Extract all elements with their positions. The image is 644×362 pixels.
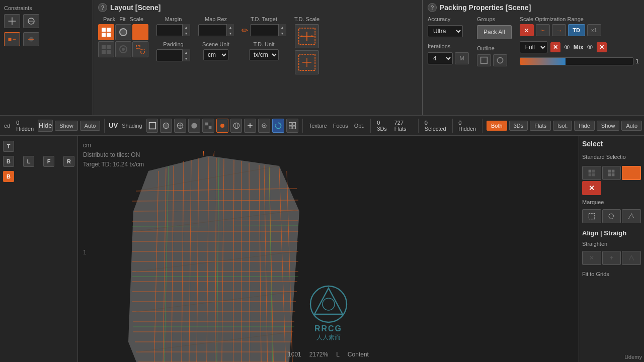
iterations-label: Iterations: [428, 43, 469, 49]
uv-env-icon[interactable]: [230, 119, 243, 133]
outline-icon-2[interactable]: [493, 54, 507, 66]
pack-btn-1[interactable]: [98, 24, 114, 40]
pipette-icon[interactable]: ✏: [242, 26, 248, 35]
td-unit-select[interactable]: tx/cm tx/m: [249, 49, 279, 60]
accuracy-select[interactable]: Ultra High Medium: [428, 25, 463, 37]
scale-arrow-btn[interactable]: →: [552, 24, 566, 36]
td-blue-btn[interactable]: TD: [568, 24, 585, 36]
show-btn[interactable]: Show: [597, 121, 620, 131]
main-area: T B L F R B cm Distribute to tiles: ON T…: [0, 136, 644, 362]
sel-icon-3[interactable]: [622, 166, 641, 180]
sidebar-icon-3[interactable]: [4, 32, 20, 46]
uv-checker-icon[interactable]: [202, 119, 214, 133]
uv-dot-icon[interactable]: [216, 119, 228, 133]
sidebar-icon-2[interactable]: [23, 14, 39, 28]
padding-spinner[interactable]: 16 ▲ ▼: [156, 49, 190, 61]
uv-cross-icon[interactable]: [244, 119, 256, 133]
marquee-rect[interactable]: [582, 209, 601, 223]
sel-icon-1[interactable]: [582, 166, 601, 180]
straighten-x[interactable]: ✕: [582, 251, 601, 265]
left-sidebar-icons-row1: [2, 12, 91, 30]
t-btn[interactable]: T: [3, 141, 14, 152]
margin-up[interactable]: ▲: [183, 24, 190, 30]
marquee-arrow[interactable]: [622, 209, 641, 223]
td-scale-icon[interactable]: [295, 24, 319, 48]
padding-down[interactable]: ▼: [183, 55, 190, 61]
isol-btn[interactable]: Isol.: [553, 121, 572, 131]
uv-grid-icon[interactable]: [174, 119, 186, 133]
accuracy-group: Accuracy Ultra High Medium Iterations 4 …: [428, 16, 469, 64]
b2-btn[interactable]: B: [3, 171, 14, 182]
uv-refresh-icon[interactable]: [272, 119, 284, 133]
uv-rect-icon[interactable]: [146, 119, 158, 133]
straighten-plus[interactable]: +: [602, 251, 621, 265]
uv-solid-icon[interactable]: [188, 119, 200, 133]
mix-x-btn[interactable]: ✕: [597, 42, 607, 52]
full-eye-btn[interactable]: 👁: [564, 43, 571, 51]
map-rez-down[interactable]: ▼: [227, 30, 234, 36]
auto-btn[interactable]: Auto: [621, 121, 642, 131]
l-btn[interactable]: L: [23, 156, 34, 167]
b-btn[interactable]: B: [3, 156, 14, 167]
outline-icon-1[interactable]: [477, 54, 491, 66]
uv-target-icon[interactable]: [258, 119, 270, 133]
td-target-input[interactable]: 10.24: [251, 27, 278, 34]
full-select[interactable]: Full Half: [520, 41, 547, 53]
td-scale-icon-2[interactable]: [295, 50, 319, 74]
margin-spinner[interactable]: 8 ▲ ▼: [156, 24, 190, 36]
sidebar-icon-4[interactable]: [23, 32, 39, 46]
layout-help-btn[interactable]: ?: [98, 3, 107, 12]
margin-down[interactable]: ▼: [183, 30, 190, 36]
iterations-select[interactable]: 4 8 16: [428, 52, 453, 64]
sel-icon-2[interactable]: [602, 166, 621, 180]
margin-label: Margin: [165, 16, 182, 22]
left-show-btn[interactable]: Show: [55, 121, 78, 131]
marquee-label: Marquee: [582, 199, 641, 205]
sep-2: [302, 119, 303, 133]
padding-input[interactable]: 16: [157, 52, 182, 59]
x1-btn[interactable]: x1: [587, 24, 601, 36]
td-up[interactable]: ▲: [279, 24, 286, 30]
marquee-lasso[interactable]: [602, 209, 621, 223]
flats-btn[interactable]: Flats: [530, 121, 551, 131]
svg-rect-41: [205, 122, 208, 125]
r-btn[interactable]: R: [63, 156, 74, 167]
full-x-btn[interactable]: ✕: [550, 42, 560, 52]
svg-rect-23: [136, 45, 140, 49]
pack-btn-4[interactable]: [98, 41, 114, 57]
pack-btn-3[interactable]: [132, 24, 148, 40]
td-spinner[interactable]: 10.24 ▲ ▼: [250, 24, 286, 36]
left-hide-btn[interactable]: Hide: [38, 120, 53, 132]
uv-viewport[interactable]: cm Distribute to tiles: ON Target TD: 10…: [78, 136, 579, 362]
left-auto-btn[interactable]: Auto: [80, 121, 101, 131]
mix-eye-btn[interactable]: 👁: [587, 43, 594, 51]
hidden-label: 0 Hidden: [456, 120, 478, 132]
f-btn[interactable]: F: [43, 156, 54, 167]
map-rez-input[interactable]: 2048: [199, 27, 226, 34]
scene-unit-select[interactable]: cm m mm: [203, 49, 228, 60]
3ds-btn[interactable]: 3Ds: [509, 121, 528, 131]
padding-up[interactable]: ▲: [183, 49, 190, 55]
hide-btn[interactable]: Hide: [574, 121, 595, 131]
map-rez-spinner[interactable]: 2048 ▲ ▼: [198, 24, 233, 36]
sel-x-btn[interactable]: ✕: [582, 181, 601, 195]
pack-btn-2[interactable]: [115, 24, 131, 40]
packing-help-btn[interactable]: ?: [428, 3, 437, 12]
uv-sphere-icon[interactable]: [160, 119, 172, 133]
td-target-label: T.D. Target: [251, 16, 277, 22]
m-btn[interactable]: M: [455, 52, 469, 64]
margin-input[interactable]: 8: [157, 27, 182, 34]
scale-x-btn[interactable]: ✕: [520, 24, 534, 36]
both-btn[interactable]: Both: [487, 121, 507, 131]
pack-all-btn[interactable]: Pack All: [477, 25, 512, 39]
sidebar-icon-1[interactable]: [4, 14, 20, 28]
marquee-icons-grid: [582, 209, 641, 223]
scale-tilde-btn[interactable]: ～: [536, 24, 550, 36]
t-row: T: [2, 140, 75, 153]
td-down[interactable]: ▼: [279, 30, 286, 36]
map-rez-up[interactable]: ▲: [227, 24, 234, 30]
pack-btn-5[interactable]: [115, 41, 131, 57]
straighten-tri[interactable]: [622, 251, 641, 265]
pack-btn-6[interactable]: [132, 41, 148, 57]
uv-grid2-icon[interactable]: [286, 119, 298, 133]
